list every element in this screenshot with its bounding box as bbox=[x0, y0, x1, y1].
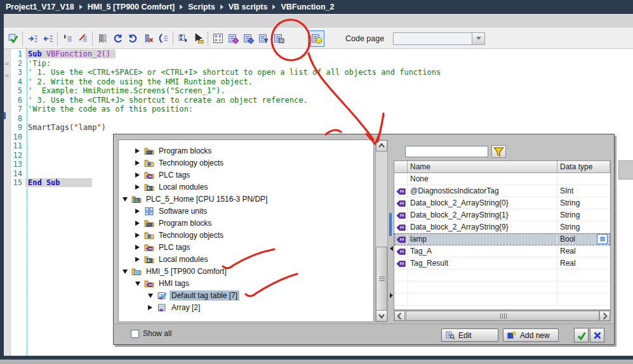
breadcrumb-item[interactable]: VBFunction_2 bbox=[281, 3, 334, 11]
panel-splitter[interactable] bbox=[389, 140, 394, 322]
tag-row-tag-result[interactable]: Tag_ResultReal bbox=[394, 257, 610, 270]
code-line[interactable]: 10 bbox=[11, 133, 28, 142]
tag-row-tag-a[interactable]: Tag_AReal bbox=[394, 245, 610, 257]
scroll-left-button[interactable] bbox=[394, 311, 405, 321]
validate-script-icon[interactable] bbox=[6, 32, 20, 46]
tree-item-software-units[interactable]: Software units bbox=[119, 205, 373, 217]
code-line[interactable]: 8 bbox=[11, 114, 28, 124]
insert-expression-icon[interactable] bbox=[257, 32, 270, 46]
tree-item-program-blocks[interactable]: Program blocks bbox=[119, 145, 373, 157]
tree-item-array-2[interactable]: Array [2] bbox=[119, 301, 373, 313]
breadcrumb-item[interactable]: Scripts bbox=[188, 3, 215, 11]
code-line[interactable]: 9SmartTags("lamp") bbox=[11, 123, 106, 133]
system-functions-icon[interactable] bbox=[176, 32, 190, 46]
filter-input[interactable] bbox=[405, 146, 488, 157]
tree-item-hmi-5-tp900-comfort[interactable]: HMI_5 [TP900 Comfort] bbox=[119, 265, 373, 277]
collapse-icon[interactable] bbox=[123, 270, 128, 274]
type-selector-button[interactable] bbox=[597, 234, 608, 244]
expand-icon[interactable] bbox=[135, 221, 140, 226]
comment-icon[interactable] bbox=[60, 32, 74, 46]
breadcrumb-item[interactable]: HMI_5 [TP900 Comfort] bbox=[88, 3, 175, 11]
expand-icon[interactable] bbox=[135, 172, 140, 178]
expand-icon[interactable] bbox=[135, 160, 140, 166]
scrollbar-thumb[interactable] bbox=[406, 311, 599, 321]
code-line[interactable]: 3' 1. Use the <CTRL+SPACE> or <CTRL+I> s… bbox=[11, 68, 441, 77]
scrollbar-thumb[interactable] bbox=[376, 247, 387, 311]
collapse-right-icon[interactable] bbox=[390, 293, 393, 298]
code-line[interactable]: 7'Write the code as of this position: bbox=[11, 105, 193, 114]
uncomment-icon[interactable] bbox=[76, 32, 90, 46]
code-line[interactable]: 1Sub VBFunction_2() bbox=[11, 49, 110, 59]
breadcrumb-item[interactable]: Project1_V17_V18 bbox=[6, 3, 74, 11]
clear-bookmarks-icon[interactable] bbox=[141, 32, 155, 46]
code-line[interactable]: 14 bbox=[11, 169, 28, 179]
code-line[interactable]: 6' 3. Use the <CTRL+J> shortcut to creat… bbox=[11, 96, 308, 105]
confirm-button[interactable] bbox=[574, 328, 589, 342]
scroll-down-button[interactable] bbox=[376, 310, 387, 322]
code-line[interactable]: 5' Example: HmiRuntime.Screens("Screen_1… bbox=[11, 86, 225, 96]
tag-row-data-block-2-arraystring-0[interactable]: Data_block_2_ArrayString{0}String bbox=[394, 197, 610, 209]
goto-reference-icon[interactable] bbox=[156, 32, 170, 46]
expand-icon[interactable] bbox=[135, 257, 140, 262]
expand-icon[interactable] bbox=[135, 233, 140, 238]
previous-bookmark-icon[interactable] bbox=[110, 32, 124, 46]
right-panel-handle[interactable] bbox=[618, 160, 633, 179]
name-column-header[interactable]: Name bbox=[408, 161, 557, 172]
expand-icon[interactable] bbox=[135, 185, 140, 190]
checkbox-icon[interactable] bbox=[131, 330, 139, 338]
insert-function-icon[interactable] bbox=[226, 32, 240, 46]
tree-item-local-modules[interactable]: Local modules bbox=[119, 181, 373, 193]
code-line[interactable]: 11 bbox=[11, 141, 28, 151]
tree-item-technology-objects[interactable]: Technology objects bbox=[119, 229, 373, 241]
tree-item-local-modules[interactable]: Local modules bbox=[119, 253, 373, 265]
tree-item-plc-tags[interactable]: PLC tags bbox=[119, 169, 373, 181]
show-all-checkbox[interactable]: Show all bbox=[131, 329, 171, 338]
tree-item-program-blocks[interactable]: Program blocks bbox=[119, 217, 373, 229]
tree-scrollbar[interactable] bbox=[375, 140, 388, 322]
code-line[interactable]: 15End Sub bbox=[11, 178, 60, 188]
scroll-up-button[interactable] bbox=[376, 140, 387, 152]
splitter-grip-icon[interactable] bbox=[5, 63, 9, 77]
type-column-header[interactable]: Data type bbox=[557, 161, 610, 172]
expand-icon[interactable] bbox=[135, 148, 140, 153]
tree-item-hmi-tags[interactable]: HMI tags bbox=[119, 277, 373, 289]
cancel-button[interactable] bbox=[590, 328, 604, 342]
expand-icon[interactable] bbox=[148, 305, 152, 310]
code-line[interactable]: 4' 2. Write the code using the HMI Runti… bbox=[11, 77, 253, 87]
breadcrumb-item[interactable]: VB scripts bbox=[229, 3, 268, 11]
tree-item-plc-tags[interactable]: PLC tags bbox=[119, 241, 373, 253]
tag-row-none[interactable]: None bbox=[394, 173, 610, 185]
tag-row-lamp[interactable]: lampBool bbox=[394, 233, 610, 245]
next-bookmark-icon[interactable] bbox=[126, 32, 140, 46]
indent-icon[interactable] bbox=[25, 32, 39, 46]
tag-row-data-block-2-arraystring-9[interactable]: Data_block_2_ArrayString{9}String bbox=[394, 221, 610, 233]
cursor-position-icon[interactable] bbox=[191, 32, 205, 46]
code-line[interactable]: 13 bbox=[11, 160, 28, 169]
insert-screen-icon[interactable] bbox=[272, 32, 286, 46]
chevron-down-icon[interactable] bbox=[472, 33, 484, 44]
filter-button[interactable] bbox=[491, 145, 506, 158]
outdent-icon[interactable] bbox=[41, 32, 55, 46]
code-line[interactable]: 2'Tip: bbox=[11, 59, 51, 68]
tag-row-diagnosticsindicatortag[interactable]: @DiagnosticsIndicatorTagSInt bbox=[394, 185, 610, 197]
add-new-button[interactable]: Add new bbox=[503, 328, 559, 342]
tag-row-data-block-2-arraystring-1[interactable]: Data_block_2_ArrayString{1}String bbox=[394, 209, 610, 221]
bookmark-icon[interactable] bbox=[95, 32, 109, 46]
tree-item-default-tag-table-7[interactable]: Default tag table [7] bbox=[119, 289, 373, 301]
tree-item-technology-objects[interactable]: Technology objects bbox=[119, 157, 373, 169]
insert-tag-icon[interactable] bbox=[308, 30, 324, 47]
scroll-right-button[interactable] bbox=[599, 311, 610, 321]
left-splitter[interactable] bbox=[4, 49, 11, 356]
insert-object-icon[interactable] bbox=[241, 32, 255, 46]
collapse-icon[interactable] bbox=[123, 197, 128, 202]
table-h-scrollbar[interactable] bbox=[394, 310, 611, 322]
expand-icon[interactable] bbox=[135, 209, 140, 214]
code-page-dropdown[interactable] bbox=[393, 32, 485, 45]
collapse-left-icon[interactable] bbox=[390, 246, 393, 251]
collapse-icon[interactable] bbox=[148, 294, 153, 298]
collapse-icon[interactable] bbox=[135, 282, 140, 286]
expand-icon[interactable] bbox=[135, 245, 140, 250]
special-characters-icon[interactable] bbox=[211, 32, 225, 46]
edit-button[interactable]: Edit bbox=[441, 328, 498, 342]
icon-column-header[interactable] bbox=[394, 161, 408, 172]
